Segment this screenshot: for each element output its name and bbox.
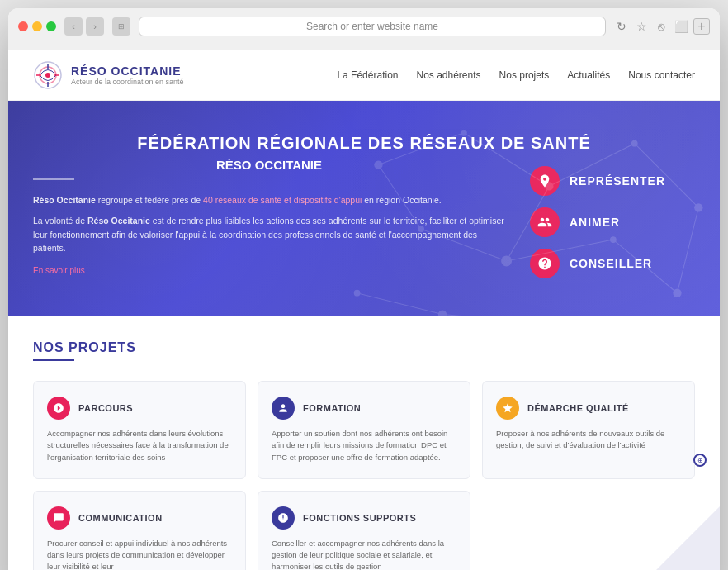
project-card-formation: FORMATION Apporter un soutien dont nos a… <box>258 381 470 479</box>
communication-title: COMMUNICATION <box>78 513 163 523</box>
card-parcours-header: PARCOURS <box>47 397 232 420</box>
card-qualite-header: DÉMARCHE QUALITÉ <box>496 397 681 420</box>
supports-icon <box>272 506 295 530</box>
forward-button[interactable]: › <box>86 17 104 36</box>
qualite-icon <box>496 397 519 420</box>
svg-point-17 <box>438 310 447 316</box>
conseiller-icon <box>530 249 560 278</box>
bookmark-icon[interactable]: ☆ <box>634 19 649 34</box>
formation-title: FORMATION <box>303 403 361 413</box>
hero-text-2: La volonté de Réso Occitanie est de rend… <box>33 214 505 255</box>
svg-point-15 <box>673 289 681 297</box>
representer-icon <box>530 166 560 196</box>
formation-text: Apporter un soutien dont nos adhérents o… <box>272 428 456 463</box>
projects-section: NOS PROJETS ⊕ PARCOURS <box>8 316 720 570</box>
projects-grid-bottom: COMMUNICATION Procurer conseil et appui … <box>33 491 695 570</box>
svg-point-16 <box>354 290 361 297</box>
supports-text: Conseiller et accompagner nos adhérents … <box>272 538 456 570</box>
traffic-lights <box>18 21 56 31</box>
browser-window: ‹ › ⊞ Search or enter website name ↻ ☆ ⎋… <box>8 8 720 570</box>
browser-chrome: ‹ › ⊞ Search or enter website name ↻ ☆ ⎋… <box>8 8 720 50</box>
qualite-title: DÉMARCHE QUALITÉ <box>527 403 629 413</box>
communication-text: Procurer conseil et appui individuel à n… <box>47 538 232 570</box>
svg-point-11 <box>694 203 702 211</box>
conseiller-label: CONSEILLER <box>570 257 652 270</box>
parcours-text: Accompagner nos adhérents dans leurs évo… <box>47 428 232 463</box>
supports-title: FONCTIONS SUPPORTS <box>303 513 416 523</box>
scroll-indicator[interactable]: ⊕ <box>693 454 707 467</box>
new-tab-button[interactable]: + <box>693 18 710 35</box>
svg-point-2 <box>45 73 50 78</box>
hero-left: RÉSO OCCITANIE Réso Occitanie regroupe e… <box>33 158 505 277</box>
nav-link-actualites[interactable]: Actualités <box>567 69 610 81</box>
hero-divider <box>33 178 74 180</box>
logo-title: RÉSO OCCITANIE <box>71 64 184 78</box>
refresh-icon[interactable]: ↻ <box>614 19 629 34</box>
hero-text-1: Réso Occitanie regroupe et fédère près d… <box>33 193 505 207</box>
project-card-communication: COMMUNICATION Procurer conseil et appui … <box>33 491 246 570</box>
site-navigation: RÉSO OCCITANIE Acteur de la coordination… <box>8 50 720 101</box>
project-card-parcours: PARCOURS Accompagner nos adhérents dans … <box>33 381 246 479</box>
nav-link-contact[interactable]: Nous contacter <box>628 69 695 81</box>
hero-section: FÉDÉRATION RÉGIONALE DES RÉSEAUX DE SANT… <box>8 101 720 316</box>
communication-icon <box>47 506 70 530</box>
animer-icon <box>530 207 560 237</box>
nav-buttons: ‹ › <box>64 17 104 36</box>
minimize-button[interactable] <box>32 21 42 31</box>
card-supports-header: FONCTIONS SUPPORTS <box>272 506 456 530</box>
hero-title: FÉDÉRATION RÉGIONALE DES RÉSEAUX DE SANT… <box>33 134 695 153</box>
nav-link-projets[interactable]: Nos projets <box>499 69 550 81</box>
back-button[interactable]: ‹ <box>64 17 83 36</box>
project-card-qualite: DÉMARCHE QUALITÉ Proposer à nos adhérent… <box>482 381 695 479</box>
logo-icon <box>33 60 63 90</box>
hero-features: REPRÉSENTER ANIMER <box>530 158 695 278</box>
nav-link-adherents[interactable]: Nos adhérents <box>417 69 481 81</box>
project-card-supports: FONCTIONS SUPPORTS Conseiller et accompa… <box>258 491 470 570</box>
website-content: RÉSO OCCITANIE Acteur de la coordination… <box>8 50 720 570</box>
triangle-decoration <box>621 506 720 571</box>
svg-marker-31 <box>621 506 720 571</box>
nav-links: La Fédération Nos adhérents Nos projets … <box>337 69 695 81</box>
logo-text: RÉSO OCCITANIE Acteur de la coordination… <box>71 64 184 86</box>
card-communication-header: COMMUNICATION <box>47 506 232 530</box>
animer-label: ANIMER <box>570 216 620 229</box>
hero-learn-more-link[interactable]: En savoir plus <box>33 266 85 275</box>
hero-content: RÉSO OCCITANIE Réso Occitanie regroupe e… <box>33 158 695 278</box>
section-underline <box>33 359 74 361</box>
parcours-icon <box>47 397 70 420</box>
logo-subtitle: Acteur de la coordination en santé <box>71 78 184 86</box>
share-icon[interactable]: ⎋ <box>654 19 669 34</box>
qualite-text: Proposer à nos adhérents de nouveaux out… <box>496 428 681 452</box>
window-icon[interactable]: ⬜ <box>674 19 688 34</box>
parcours-title: PARCOURS <box>78 403 133 413</box>
feature-representer: REPRÉSENTER <box>530 166 695 196</box>
close-button[interactable] <box>18 21 28 31</box>
formation-icon <box>272 397 295 420</box>
tab-overview-button[interactable]: ⊞ <box>112 17 130 36</box>
card-formation-header: FORMATION <box>272 397 456 420</box>
hero-subtitle: RÉSO OCCITANIE <box>33 158 505 172</box>
nav-link-federation[interactable]: La Fédération <box>337 69 398 81</box>
representer-label: REPRÉSENTER <box>570 174 665 188</box>
svg-line-27 <box>357 293 442 315</box>
projects-grid-top: PARCOURS Accompagner nos adhérents dans … <box>33 381 695 479</box>
logo-area: RÉSO OCCITANIE Acteur de la coordination… <box>33 60 184 90</box>
projects-title: NOS PROJETS <box>33 340 695 355</box>
feature-animer: ANIMER <box>530 207 695 237</box>
browser-actions: ↻ ☆ ⎋ ⬜ + <box>614 18 710 35</box>
feature-conseiller: CONSEILLER <box>530 249 695 278</box>
maximize-button[interactable] <box>46 21 56 31</box>
address-bar[interactable]: Search or enter website name <box>139 17 606 36</box>
